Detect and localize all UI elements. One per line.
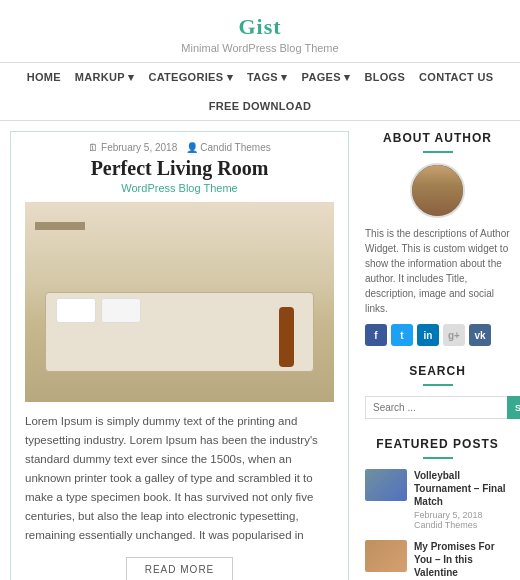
avatar-image [412, 165, 463, 216]
featured-post-1: Volleyball Tournament – Final Match Febr… [365, 469, 510, 530]
featured-info-1: Volleyball Tournament – Final Match Febr… [414, 469, 510, 530]
search-box: SEARCH [365, 396, 510, 419]
featured-post-2: My Promises For You – In this Valentine … [365, 540, 510, 580]
about-author-heading: ABOUT AUTHOR [365, 131, 510, 145]
content-area: 🗓 February 5, 2018 👤 Candid Themes Perfe… [10, 131, 349, 580]
featured-posts-section: FEATURED POSTS Volleyball Tournament – F… [365, 437, 510, 580]
about-author-section: ABOUT AUTHOR This is the descriptions of… [365, 131, 510, 346]
nav-contact[interactable]: CONTACT US [412, 63, 500, 91]
post-date-1: February 5, 2018 [101, 142, 177, 153]
post-subtitle-1: WordPress Blog Theme [25, 182, 334, 194]
nav-blogs[interactable]: BLOGS [357, 63, 412, 91]
featured-thumb-1 [365, 469, 407, 501]
nav-free-download[interactable]: FREE DOWNLOAD [202, 92, 318, 120]
featured-title-2[interactable]: My Promises For You – In this Valentine [414, 540, 510, 579]
author-icon: 👤 [186, 142, 198, 153]
search-input[interactable] [365, 396, 507, 419]
twitter-icon[interactable]: t [391, 324, 413, 346]
featured-posts-heading: FEATURED POSTS [365, 437, 510, 451]
post-image-1 [25, 202, 334, 402]
post-meta-1: 🗓 February 5, 2018 👤 Candid Themes [25, 142, 334, 153]
featured-thumb-img-1 [365, 469, 407, 501]
featured-divider [423, 457, 453, 459]
read-more-button[interactable]: READ MORE [126, 557, 234, 580]
author-avatar [410, 163, 465, 218]
post-excerpt-1: Lorem Ipsum is simply dummy text of the … [25, 412, 334, 545]
nav-home[interactable]: HOME [20, 63, 68, 91]
nav-markup[interactable]: MARKUP ▾ [68, 63, 142, 92]
main-layout: 🗓 February 5, 2018 👤 Candid Themes Perfe… [0, 131, 520, 580]
author-description: This is the descriptions of Author Widge… [365, 226, 510, 316]
featured-thumb-2 [365, 540, 407, 572]
search-button[interactable]: SEARCH [507, 396, 520, 419]
social-icons: f t in g+ vk [365, 324, 510, 346]
nav-categories[interactable]: CATEGORIES ▾ [141, 63, 240, 92]
post-author-1[interactable]: Candid Themes [200, 142, 270, 153]
featured-thumb-img-2 [365, 540, 407, 572]
site-title: Gist [0, 14, 520, 40]
featured-author-1[interactable]: Candid Themes [414, 520, 477, 530]
featured-info-2: My Promises For You – In this Valentine … [414, 540, 510, 580]
search-section: SEARCH SEARCH [365, 364, 510, 419]
search-divider [423, 384, 453, 386]
about-divider [423, 151, 453, 153]
sidebar: ABOUT AUTHOR This is the descriptions of… [365, 131, 510, 580]
vk-icon[interactable]: vk [469, 324, 491, 346]
search-heading: SEARCH [365, 364, 510, 378]
nav-pages[interactable]: PAGES ▾ [295, 63, 358, 92]
featured-date-1: February 5, 2018 [414, 510, 483, 520]
featured-meta-1: February 5, 2018 Candid Themes [414, 510, 510, 530]
facebook-icon[interactable]: f [365, 324, 387, 346]
googleplus-icon[interactable]: g+ [443, 324, 465, 346]
featured-title-1[interactable]: Volleyball Tournament – Final Match [414, 469, 510, 508]
main-nav: HOME MARKUP ▾ CATEGORIES ▾ TAGS ▾ PAGES … [0, 62, 520, 121]
linkedin-icon[interactable]: in [417, 324, 439, 346]
post-title-1: Perfect Living Room [25, 157, 334, 180]
nav-tags[interactable]: TAGS ▾ [240, 63, 295, 92]
site-header: Gist Minimal WordPress Blog Theme [0, 0, 520, 62]
site-tagline: Minimal WordPress Blog Theme [0, 42, 520, 54]
calendar-icon: 🗓 [88, 142, 98, 153]
article-card-1: 🗓 February 5, 2018 👤 Candid Themes Perfe… [10, 131, 349, 580]
